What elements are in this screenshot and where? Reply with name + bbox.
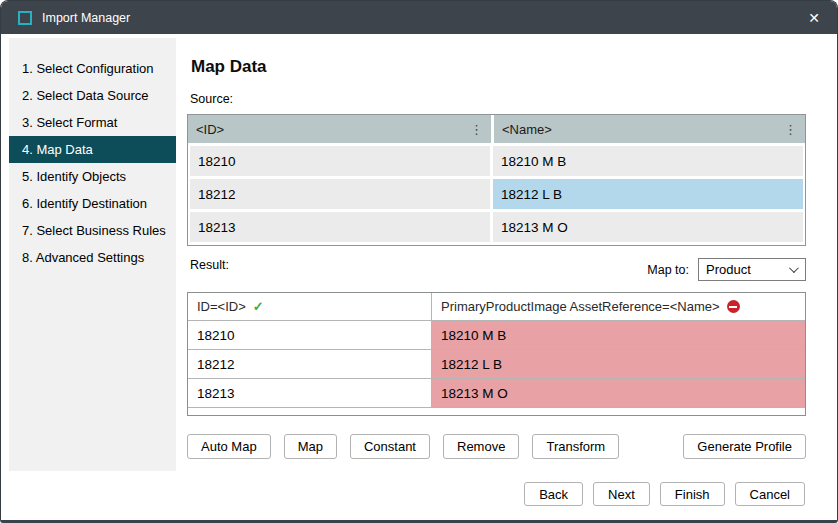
column-menu-icon[interactable]: ⋮ <box>784 122 797 137</box>
chevron-down-icon <box>789 263 799 273</box>
result-cell-id[interactable]: 18210 <box>188 321 432 349</box>
result-column-header-image[interactable]: PrimaryProductImage AssetReference=<Name… <box>432 293 805 320</box>
wizard-steps-sidebar: 1. Select Configuration 2. Select Data S… <box>9 38 176 471</box>
table-row: 18212 18212 L B <box>188 179 805 209</box>
table-row: 18210 18210 M B <box>188 321 805 350</box>
result-column-id-label: ID=<ID> <box>197 299 246 314</box>
result-table: ID=<ID> ✓ PrimaryProductImage AssetRefer… <box>187 292 806 416</box>
source-cell-name[interactable]: 18210 M B <box>493 146 803 176</box>
window-title: Import Manager <box>42 11 130 25</box>
source-column-id-label: <ID> <box>196 122 224 137</box>
source-cell-id[interactable]: 18212 <box>190 179 490 209</box>
result-column-image-label: PrimaryProductImage AssetReference=<Name… <box>441 299 720 314</box>
source-table-header: <ID> ⋮ <Name> ⋮ <box>188 115 805 143</box>
result-cell-error[interactable]: 18210 M B <box>432 321 805 349</box>
map-to-select[interactable]: Product <box>698 258 806 281</box>
mapped-ok-icon: ✓ <box>253 299 264 314</box>
source-cell-id[interactable]: 18210 <box>190 146 490 176</box>
map-button[interactable]: Map <box>284 434 337 459</box>
result-column-header-id[interactable]: ID=<ID> ✓ <box>188 293 432 320</box>
wizard-navigation: Back Next Finish Cancel <box>524 482 805 506</box>
column-menu-icon[interactable]: ⋮ <box>470 122 483 137</box>
mapping-actions: Auto Map Map Constant Remove Transform G… <box>187 434 806 459</box>
constant-button[interactable]: Constant <box>350 434 430 459</box>
map-to-row: Map to: Product <box>601 258 806 281</box>
auto-map-button[interactable]: Auto Map <box>187 434 271 459</box>
result-table-header: ID=<ID> ✓ PrimaryProductImage AssetRefer… <box>188 293 805 321</box>
import-manager-window: Import Manager ✕ 1. Select Configuration… <box>0 0 838 523</box>
source-cell-name[interactable]: 18213 M O <box>493 212 803 242</box>
table-row: 18213 18213 M O <box>188 379 805 408</box>
table-row: 18213 18213 M O <box>188 212 805 242</box>
app-icon <box>18 11 32 25</box>
source-label: Source: <box>190 92 233 106</box>
cancel-button[interactable]: Cancel <box>735 482 805 506</box>
map-to-value: Product <box>706 262 751 277</box>
source-table: <ID> ⋮ <Name> ⋮ 18210 18210 M B 18212 18… <box>187 114 806 246</box>
sidebar-item-select-configuration[interactable]: 1. Select Configuration <box>9 55 176 82</box>
finish-button[interactable]: Finish <box>660 482 725 506</box>
table-row: 18212 18212 L B <box>188 350 805 379</box>
table-row: 18210 18210 M B <box>188 146 805 176</box>
source-cell-name-selected[interactable]: 18212 L B <box>493 179 803 209</box>
remove-button[interactable]: Remove <box>443 434 519 459</box>
result-cell-error[interactable]: 18213 M O <box>432 379 805 407</box>
sidebar-item-select-business-rules[interactable]: 7. Select Business Rules <box>9 217 176 244</box>
map-to-label: Map to: <box>647 263 689 277</box>
source-cell-id[interactable]: 18213 <box>190 212 490 242</box>
source-column-header-name[interactable]: <Name> ⋮ <box>494 115 805 143</box>
sidebar-item-advanced-settings[interactable]: 8. Advanced Settings <box>9 244 176 271</box>
mapped-error-icon <box>727 300 740 313</box>
source-column-header-id[interactable]: <ID> ⋮ <box>188 115 491 143</box>
sidebar-item-select-data-source[interactable]: 2. Select Data Source <box>9 82 176 109</box>
page-title: Map Data <box>191 57 267 77</box>
sidebar-item-select-format[interactable]: 3. Select Format <box>9 109 176 136</box>
sidebar-item-map-data[interactable]: 4. Map Data <box>9 136 176 163</box>
result-cell-id[interactable]: 18212 <box>188 350 432 378</box>
generate-profile-button[interactable]: Generate Profile <box>683 434 806 459</box>
sidebar-item-identify-destination[interactable]: 6. Identify Destination <box>9 190 176 217</box>
source-column-name-label: <Name> <box>502 122 552 137</box>
next-button[interactable]: Next <box>593 482 650 506</box>
result-table-filler <box>188 408 805 415</box>
result-cell-error[interactable]: 18212 L B <box>432 350 805 378</box>
transform-button[interactable]: Transform <box>532 434 619 459</box>
result-cell-id[interactable]: 18213 <box>188 379 432 407</box>
back-button[interactable]: Back <box>524 482 583 506</box>
close-icon[interactable]: ✕ <box>791 1 837 34</box>
result-label: Result: <box>190 258 229 272</box>
titlebar: Import Manager ✕ <box>1 1 837 34</box>
sidebar-item-identify-objects[interactable]: 5. Identify Objects <box>9 163 176 190</box>
